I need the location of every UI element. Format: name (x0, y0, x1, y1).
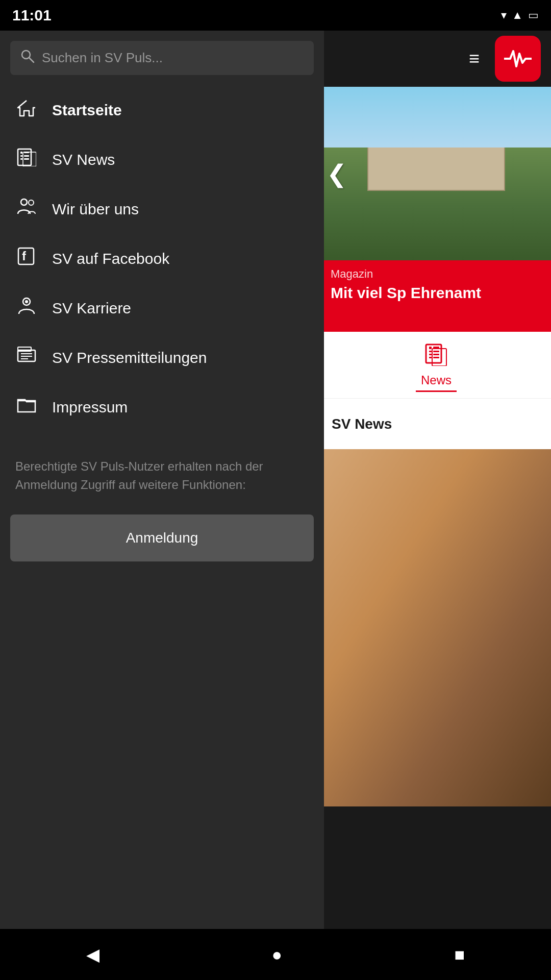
svg-rect-6 (433, 351, 439, 352)
drawer-overlay: Suchen in SV Puls... Startseite (0, 31, 324, 980)
press-icon (15, 346, 38, 369)
sidebar-item-label-sv-facebook: SV auf Facebook (52, 250, 169, 267)
svg-text:f: f (22, 249, 27, 263)
sidebar-item-sv-facebook[interactable]: f SV auf Facebook (0, 234, 324, 283)
nav-back-button[interactable]: ◀ (71, 939, 115, 970)
folder-svg (17, 396, 36, 414)
svg-point-25 (25, 300, 28, 303)
news-tab-icon (424, 344, 448, 371)
news-tab-label: News (421, 373, 452, 387)
building-image: ❮ (321, 87, 551, 260)
menu-list: Startseite SV News (0, 85, 324, 432)
svg-rect-14 (20, 155, 22, 157)
folder-icon (15, 396, 38, 419)
drawer-info-text: Berechtigte SV Puls-Nutzer erhalten nach… (15, 457, 309, 494)
svg-point-20 (21, 199, 27, 205)
svg-rect-2 (429, 351, 432, 352)
magazine-title: Mit viel Sp Ehrenamt (331, 284, 542, 302)
svg-rect-18 (24, 158, 29, 160)
svg-point-21 (29, 200, 34, 205)
svg-rect-8 (433, 357, 439, 358)
sidebar-item-label-startseite: Startseite (52, 102, 122, 119)
sidebar-item-label-sv-news: SV News (52, 151, 115, 168)
status-bar: 11:01 ▾ ▲ ▭ (0, 0, 551, 31)
hero-image-area: ❮ (321, 87, 551, 260)
career-svg (17, 297, 36, 315)
news-menu-icon (15, 148, 38, 171)
facebook-svg: f (17, 247, 36, 265)
news-tab-underline (416, 390, 457, 392)
svg-rect-7 (433, 354, 439, 355)
svg-rect-5 (433, 347, 439, 348)
svg-rect-15 (20, 158, 22, 160)
sidebar-item-startseite[interactable]: Startseite (0, 85, 324, 135)
sidebar-item-sv-pressemitteilungen[interactable]: SV Pressemitteilungen (0, 333, 324, 382)
sidebar-item-sv-karriere[interactable]: SV Karriere (0, 283, 324, 333)
news-icon-svg (424, 344, 448, 366)
nav-recent-button[interactable]: ■ (439, 940, 481, 970)
signal-icon: ▲ (512, 9, 523, 22)
sidebar-item-impressum[interactable]: Impressum (0, 382, 324, 432)
login-button[interactable]: Anmeldung (10, 514, 314, 561)
svg-rect-22 (18, 248, 34, 264)
home-icon (15, 99, 38, 121)
battery-icon: ▭ (528, 9, 539, 22)
career-icon (15, 297, 38, 320)
sidebar-item-label-sv-pressemitteilungen: SV Pressemitteilungen (52, 349, 207, 366)
news-menu-svg (17, 148, 36, 166)
sidebar-item-sv-news[interactable]: SV News (0, 135, 324, 184)
wifi-icon: ▾ (501, 9, 507, 22)
press-svg (17, 346, 36, 364)
svg-rect-17 (24, 155, 29, 157)
magazine-banner: Magazin Mit viel Sp Ehrenamt (321, 260, 551, 332)
svg-rect-4 (429, 357, 432, 358)
svg-rect-13 (20, 152, 22, 154)
sidebar-item-label-sv-karriere: SV Karriere (52, 300, 131, 317)
facebook-icon: f (15, 247, 38, 270)
home-svg (17, 99, 36, 117)
news-image-area (321, 449, 551, 806)
search-icon (20, 49, 35, 67)
search-svg (20, 49, 35, 63)
app-logo[interactable] (495, 36, 541, 82)
status-icons: ▾ ▲ ▭ (501, 9, 539, 22)
sidebar-item-label-wir-uber-uns: Wir über uns (52, 201, 139, 218)
sidebar-item-wir-uber-uns[interactable]: Wir über uns (0, 184, 324, 234)
search-bar[interactable]: Suchen in SV Puls... (10, 41, 314, 75)
people-svg (17, 198, 36, 216)
magazine-label: Magazin (331, 267, 542, 281)
sv-news-section-title: SV News (332, 416, 392, 432)
people-icon (15, 198, 38, 220)
sv-news-section: SV News (321, 398, 551, 449)
bottom-nav: ◀ ● ■ (0, 929, 551, 980)
pulse-logo-svg (504, 48, 532, 69)
carousel-prev-icon[interactable]: ❮ (327, 159, 347, 188)
svg-line-11 (29, 58, 34, 62)
sidebar-item-label-impressum: Impressum (52, 399, 128, 416)
svg-rect-1 (429, 347, 432, 349)
hamburger-icon[interactable]: ≡ (469, 48, 480, 69)
nav-home-button[interactable]: ● (256, 940, 297, 970)
search-placeholder-text: Suchen in SV Puls... (42, 50, 163, 66)
status-time: 11:01 (12, 7, 52, 24)
svg-rect-12 (18, 149, 31, 165)
svg-rect-3 (429, 354, 432, 355)
news-tab-area: News (321, 332, 551, 398)
